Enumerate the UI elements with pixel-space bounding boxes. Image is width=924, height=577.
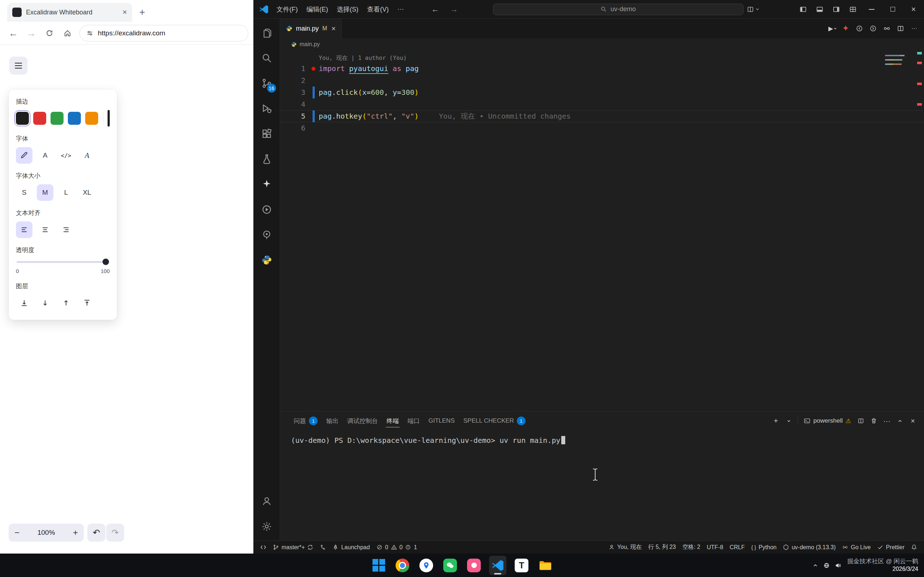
testing-icon[interactable] bbox=[254, 147, 280, 172]
command-center-search[interactable]: uv-demo bbox=[493, 3, 743, 15]
font-size-xl-button[interactable]: XL bbox=[79, 184, 95, 201]
prev-change-icon[interactable] bbox=[853, 23, 866, 35]
toggle-sidebar-icon[interactable] bbox=[795, 0, 811, 19]
typora-taskbar-icon[interactable]: T bbox=[513, 556, 530, 575]
bring-to-front-button[interactable] bbox=[79, 295, 95, 311]
font-code-button[interactable]: </> bbox=[58, 147, 74, 164]
gitlens-graph-item[interactable] bbox=[317, 541, 329, 554]
terminal-content[interactable]: (uv-demo) PS D:\workspace\vue-learning\u… bbox=[280, 430, 924, 445]
forward-button[interactable]: → bbox=[23, 25, 40, 42]
start-button[interactable] bbox=[370, 556, 387, 575]
more-actions-icon[interactable]: ··· bbox=[908, 23, 921, 35]
minimize-button[interactable] bbox=[861, 0, 882, 19]
breadcrumb-file[interactable]: main.py bbox=[300, 41, 320, 48]
run-debug-icon[interactable] bbox=[254, 96, 280, 121]
align-center-button[interactable] bbox=[37, 221, 53, 238]
code-line-5[interactable]: 5pag.hotkey("ctrl", "v")You, 现在 • Uncomm… bbox=[280, 110, 924, 122]
chrome-taskbar-icon[interactable] bbox=[394, 556, 411, 575]
language-mode-item[interactable]: { } Python bbox=[748, 541, 780, 554]
extension-red-icon[interactable] bbox=[840, 23, 852, 35]
launchpad-item[interactable]: Launchpad bbox=[329, 541, 373, 554]
menu-overflow[interactable]: ··· bbox=[393, 5, 408, 13]
send-backward-button[interactable] bbox=[37, 295, 53, 311]
undo-button[interactable]: ↶ bbox=[87, 524, 105, 542]
code-line-3[interactable]: 3pag.click(x=600, y=300) bbox=[280, 87, 924, 98]
breadcrumb[interactable]: main.py bbox=[280, 38, 924, 50]
tray-chevron-up-icon[interactable] bbox=[813, 562, 818, 568]
current-color-swatch[interactable] bbox=[108, 110, 110, 127]
extensions-icon[interactable] bbox=[254, 121, 280, 147]
problems-item[interactable]: 0 0 1 bbox=[373, 541, 420, 554]
maximize-panel-icon[interactable] bbox=[894, 415, 906, 427]
volume-icon[interactable] bbox=[835, 562, 842, 569]
align-right-button[interactable] bbox=[58, 221, 74, 238]
back-button[interactable]: ← bbox=[5, 25, 22, 42]
stroke-swatch-1[interactable] bbox=[33, 112, 46, 125]
notifications-item[interactable] bbox=[908, 541, 921, 554]
toggle-secondary-sidebar-icon[interactable] bbox=[828, 0, 845, 19]
eol-item[interactable]: CRLF bbox=[727, 541, 748, 554]
font-handdrawn-button[interactable] bbox=[16, 147, 32, 164]
minimap[interactable] bbox=[885, 55, 911, 68]
font-other-button[interactable]: A bbox=[79, 147, 95, 164]
pink-app-icon[interactable] bbox=[465, 556, 483, 575]
codelens-blame[interactable]: You, 现在 | 1 author (You) bbox=[319, 53, 924, 63]
vscode-logo-icon[interactable] bbox=[259, 5, 268, 14]
terminal-dropdown-icon[interactable] bbox=[782, 415, 795, 427]
vscode-taskbar-icon[interactable] bbox=[489, 556, 506, 575]
code-line-1[interactable]: 1import pyautogui as pag bbox=[280, 63, 924, 75]
extension-circle-icon[interactable] bbox=[254, 222, 280, 247]
new-terminal-button[interactable]: + bbox=[769, 415, 782, 427]
close-button[interactable]: × bbox=[903, 0, 924, 19]
menu-button[interactable] bbox=[10, 56, 27, 75]
go-live-item[interactable]: Go Live bbox=[839, 541, 874, 554]
code-line-4[interactable]: 4 bbox=[280, 98, 924, 110]
maps-taskbar-icon[interactable] bbox=[418, 556, 435, 575]
editor-layout-picker[interactable] bbox=[747, 6, 760, 13]
split-editor-icon[interactable] bbox=[894, 23, 907, 35]
menu-file[interactable]: 文件(F) bbox=[272, 5, 302, 14]
nav-back-button[interactable]: ← bbox=[431, 5, 439, 14]
panel-tab-4[interactable]: 端口 bbox=[403, 411, 424, 430]
panel-tab-1[interactable]: 输出 bbox=[322, 411, 343, 430]
code-runner-icon[interactable] bbox=[254, 197, 280, 222]
zoom-value[interactable]: 100% bbox=[37, 529, 55, 537]
terminal-instance-item[interactable]: powershell ⚠ bbox=[801, 417, 854, 425]
menu-edit[interactable]: 编辑(E) bbox=[302, 5, 333, 14]
python-extension-icon[interactable] bbox=[254, 247, 280, 272]
python-env-item[interactable]: uv-demo (3.13.3) bbox=[780, 541, 839, 554]
code-line-6[interactable]: 6 bbox=[280, 122, 924, 134]
code-editor[interactable]: You, 现在 | 1 author (You) 1import pyautog… bbox=[280, 50, 924, 411]
customize-layout-icon[interactable] bbox=[845, 0, 861, 19]
wechat-taskbar-icon[interactable] bbox=[441, 556, 459, 575]
toggle-panel-icon[interactable] bbox=[811, 0, 828, 19]
redo-button[interactable]: ↷ bbox=[106, 524, 124, 542]
menu-view[interactable]: 查看(V) bbox=[363, 5, 393, 14]
source-control-icon[interactable]: 16 bbox=[254, 71, 280, 96]
home-button[interactable] bbox=[59, 25, 76, 42]
panel-tab-3[interactable]: 终端 bbox=[382, 411, 403, 430]
code-line-2[interactable]: 2 bbox=[280, 75, 924, 87]
font-size-l-button[interactable]: L bbox=[58, 184, 74, 201]
search-view-icon[interactable] bbox=[254, 45, 280, 71]
split-terminal-icon[interactable] bbox=[855, 415, 867, 427]
network-icon[interactable] bbox=[823, 562, 830, 569]
prettier-item[interactable]: Prettier bbox=[874, 541, 908, 554]
panel-tab-6[interactable]: SPELL CHECKER1 bbox=[459, 411, 530, 430]
opacity-slider-knob[interactable] bbox=[102, 259, 109, 265]
zoom-out-button[interactable]: − bbox=[15, 528, 19, 537]
browser-tab[interactable]: Excalidraw Whiteboard × bbox=[7, 3, 132, 22]
encoding-item[interactable]: UTF-8 bbox=[703, 541, 726, 554]
blame-status-item[interactable]: You, 现在 bbox=[605, 541, 645, 554]
file-explorer-taskbar-icon[interactable] bbox=[537, 556, 554, 575]
font-normal-button[interactable]: A bbox=[37, 147, 53, 164]
explorer-icon[interactable] bbox=[254, 20, 280, 45]
new-tab-button[interactable]: + bbox=[135, 5, 149, 19]
font-size-m-button[interactable]: M bbox=[37, 184, 53, 201]
reload-button[interactable] bbox=[41, 25, 58, 42]
stroke-swatch-4[interactable] bbox=[85, 112, 98, 125]
close-panel-icon[interactable]: × bbox=[907, 415, 919, 427]
align-left-button[interactable] bbox=[16, 221, 32, 238]
cursor-position-item[interactable]: 行 5, 列 23 bbox=[645, 541, 679, 554]
clock-date[interactable]: 2026/3/24 bbox=[893, 566, 918, 573]
